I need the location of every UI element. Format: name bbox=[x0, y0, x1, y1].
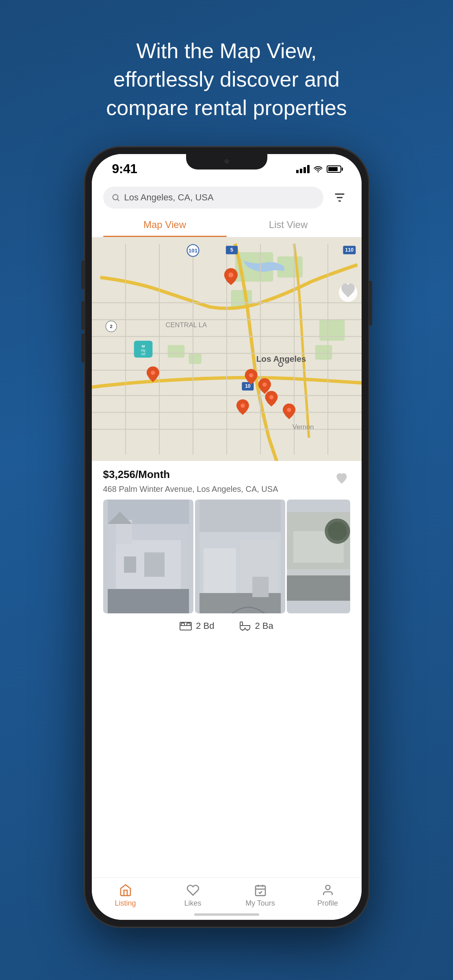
svg-rect-62 bbox=[108, 589, 189, 613]
svg-rect-61 bbox=[144, 552, 165, 577]
svg-point-44 bbox=[228, 272, 233, 277]
tab-map-view[interactable]: Map View bbox=[103, 213, 227, 237]
nav-tours[interactable]: My Tours bbox=[227, 884, 294, 908]
headline-text: With the Map View, effortlessly discover… bbox=[44, 0, 410, 147]
app-content: Los Angeles, CA, USA Map View List View bbox=[92, 178, 362, 920]
wifi-icon bbox=[314, 166, 323, 172]
svg-point-83 bbox=[325, 885, 330, 890]
svg-text:5: 5 bbox=[230, 247, 233, 253]
listing-address: 468 Palm Winter Avenue, Los Angeles, CA,… bbox=[103, 483, 278, 495]
tours-nav-label: My Tours bbox=[245, 899, 275, 908]
filter-icon bbox=[333, 191, 347, 204]
svg-rect-79 bbox=[256, 886, 265, 895]
bed-count: 2 Bd bbox=[180, 621, 214, 631]
tours-nav-icon bbox=[254, 884, 267, 897]
signal-icon bbox=[296, 165, 310, 173]
search-input[interactable]: Los Angeles, CA, USA bbox=[124, 192, 315, 203]
svg-text:M: M bbox=[141, 344, 145, 348]
svg-rect-73 bbox=[287, 575, 350, 600]
nav-likes[interactable]: Likes bbox=[159, 884, 227, 908]
svg-rect-5 bbox=[167, 345, 184, 357]
view-toggle: Map View List View bbox=[92, 213, 362, 237]
bath-count: 2 Ba bbox=[239, 621, 273, 631]
favorite-button[interactable] bbox=[333, 470, 350, 487]
property-image-1 bbox=[103, 500, 193, 613]
search-area: Los Angeles, CA, USA bbox=[92, 178, 362, 213]
search-icon bbox=[111, 193, 120, 202]
listing-price: $3,256/Month bbox=[103, 468, 278, 481]
property-image-3 bbox=[287, 500, 350, 613]
svg-point-52 bbox=[269, 395, 273, 399]
bed-icon bbox=[180, 621, 192, 630]
phone-mockup: 9:41 bbox=[85, 147, 369, 927]
svg-text:101: 101 bbox=[188, 248, 197, 254]
svg-text:CENTRAL LA: CENTRAL LA bbox=[165, 321, 207, 329]
listing-nav-label: Listing bbox=[115, 899, 136, 908]
map-view[interactable]: 101 5 110 10 2 bbox=[92, 237, 362, 461]
svg-rect-78 bbox=[187, 623, 190, 626]
listing-info: $3,256/Month 468 Palm Winter Avenue, Los… bbox=[92, 461, 362, 500]
svg-rect-7 bbox=[319, 319, 345, 341]
svg-point-50 bbox=[262, 382, 267, 387]
svg-rect-60 bbox=[124, 556, 136, 573]
home-indicator bbox=[194, 913, 259, 916]
phone-notch bbox=[186, 154, 267, 169]
map-svg: 101 5 110 10 2 bbox=[92, 237, 362, 461]
svg-rect-69 bbox=[252, 577, 269, 597]
svg-rect-76 bbox=[180, 626, 191, 630]
svg-point-75 bbox=[328, 522, 347, 541]
svg-rect-66 bbox=[204, 548, 236, 597]
status-time: 9:41 bbox=[112, 161, 137, 176]
svg-text:2: 2 bbox=[110, 324, 112, 329]
bath-label: 2 Ba bbox=[255, 621, 273, 631]
filter-button[interactable] bbox=[329, 187, 350, 208]
svg-point-48 bbox=[249, 373, 253, 377]
search-bar[interactable]: Los Angeles, CA, USA bbox=[103, 187, 323, 209]
svg-text:110: 110 bbox=[345, 247, 353, 253]
svg-text:Art: Art bbox=[141, 352, 145, 356]
tab-list-view[interactable]: List View bbox=[227, 213, 350, 237]
likes-nav-label: Likes bbox=[184, 899, 201, 908]
battery-icon bbox=[327, 165, 341, 173]
profile-nav-icon bbox=[321, 884, 334, 897]
bath-icon bbox=[239, 621, 251, 631]
listing-nav-icon bbox=[119, 884, 132, 897]
listing-card[interactable]: $3,256/Month 468 Palm Winter Avenue, Los… bbox=[92, 461, 362, 878]
svg-rect-77 bbox=[181, 623, 184, 626]
svg-point-54 bbox=[241, 403, 245, 407]
svg-text:Vernon: Vernon bbox=[292, 423, 314, 431]
profile-nav-label: Profile bbox=[317, 899, 338, 908]
svg-rect-6 bbox=[189, 353, 201, 364]
nav-profile[interactable]: Profile bbox=[294, 884, 362, 908]
svg-point-56 bbox=[287, 408, 291, 412]
front-camera bbox=[223, 158, 230, 165]
svg-point-46 bbox=[151, 370, 155, 374]
listing-images bbox=[92, 500, 362, 613]
svg-text:10: 10 bbox=[245, 383, 250, 389]
property-image-2 bbox=[195, 500, 285, 613]
svg-rect-8 bbox=[315, 345, 332, 359]
bed-label: 2 Bd bbox=[196, 621, 214, 631]
property-details: 2 Bd 2 Ba bbox=[92, 613, 362, 639]
likes-nav-icon bbox=[186, 884, 199, 897]
status-icons bbox=[296, 165, 341, 173]
svg-point-0 bbox=[113, 194, 118, 200]
phone-frame: 9:41 bbox=[85, 147, 369, 927]
nav-listing[interactable]: Listing bbox=[92, 884, 159, 908]
phone-screen: 9:41 bbox=[92, 154, 362, 920]
